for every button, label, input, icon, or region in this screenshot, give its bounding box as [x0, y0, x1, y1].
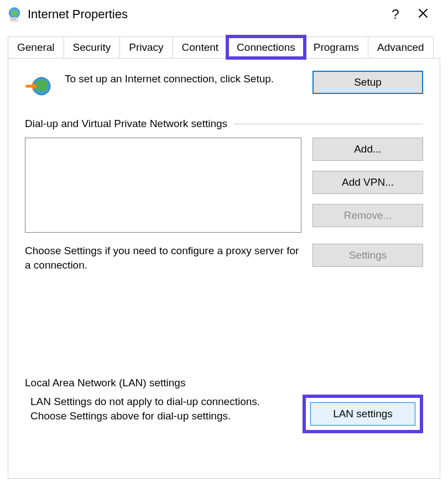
add-button[interactable]: Add...: [312, 138, 423, 161]
dialup-header-label: Dial-up and Virtual Private Network sett…: [25, 118, 227, 130]
connections-listbox[interactable]: [25, 138, 301, 233]
tab-connections[interactable]: Connections: [227, 36, 305, 58]
tab-programs[interactable]: Programs: [304, 36, 368, 58]
lan-text: LAN Settings do not apply to dial-up con…: [25, 395, 291, 423]
globe-arrow-icon: [25, 71, 54, 102]
lan-header: Local Area Network (LAN) settings: [25, 377, 423, 389]
tab-general[interactable]: General: [8, 36, 64, 58]
tab-advanced[interactable]: Advanced: [368, 36, 434, 58]
tab-security[interactable]: Security: [64, 36, 121, 58]
internet-options-icon: [7, 7, 22, 22]
window-title: Internet Properties: [28, 7, 382, 22]
divider: [234, 124, 423, 124]
proxy-row: Choose Settings if you need to configure…: [25, 244, 423, 272]
tab-strip: General Security Privacy Content Connect…: [8, 36, 440, 59]
setup-section: To set up an Internet connection, click …: [25, 71, 423, 102]
settings-button: Settings: [312, 244, 423, 267]
tab-panel-connections: To set up an Internet connection, click …: [8, 59, 440, 479]
dialup-button-column: Add... Add VPN... Remove...: [312, 138, 423, 227]
dialup-header: Dial-up and Virtual Private Network sett…: [25, 118, 423, 130]
tab-privacy[interactable]: Privacy: [119, 36, 173, 58]
lan-settings-button[interactable]: LAN settings: [310, 402, 415, 426]
setup-button[interactable]: Setup: [312, 71, 423, 94]
dialup-row: Add... Add VPN... Remove...: [25, 138, 423, 233]
lan-section: Local Area Network (LAN) settings LAN Se…: [25, 377, 423, 433]
lan-row: LAN Settings do not apply to dial-up con…: [25, 395, 423, 433]
lan-button-highlight: LAN settings: [303, 395, 423, 433]
close-button[interactable]: [409, 8, 437, 22]
help-button[interactable]: ?: [382, 7, 409, 22]
tab-content[interactable]: Content: [173, 36, 228, 58]
remove-button: Remove...: [312, 204, 423, 227]
proxy-text: Choose Settings if you need to configure…: [25, 244, 301, 272]
setup-text: To set up an Internet connection, click …: [65, 71, 301, 86]
title-bar: Internet Properties ?: [0, 0, 448, 29]
svg-rect-1: [11, 17, 17, 21]
add-vpn-button[interactable]: Add VPN...: [312, 171, 423, 194]
